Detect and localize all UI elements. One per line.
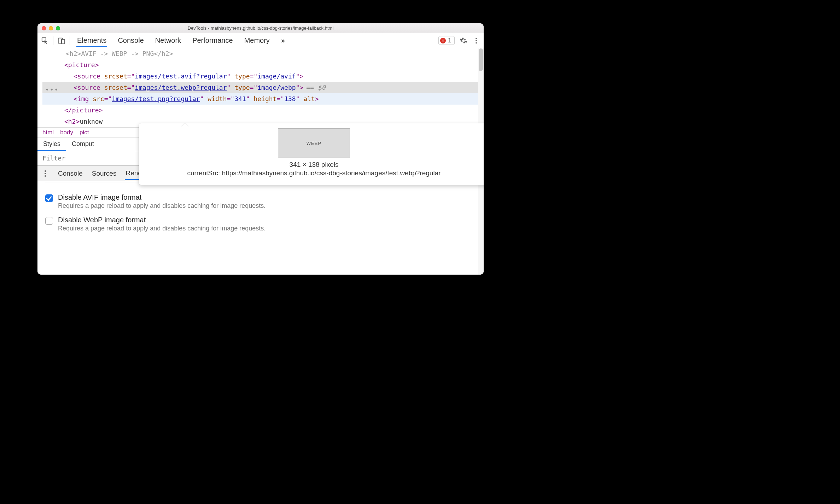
dom-img-hover[interactable]: <img src="images/test.png?regular" width… (42, 93, 484, 105)
styles-filter-input[interactable] (42, 154, 105, 162)
crumb-html[interactable]: html (42, 129, 54, 136)
minimize-window-dot[interactable] (49, 26, 53, 30)
drawer-menu-icon[interactable] (45, 173, 46, 174)
option-disable-avif[interactable]: Disable AVIF image format Requires a pag… (45, 193, 476, 210)
svg-rect-2 (62, 39, 65, 44)
tab-memory[interactable]: Memory (244, 34, 270, 47)
preview-currentsrc: currentSrc: https://mathiasbynens.github… (187, 169, 441, 177)
select-element-icon[interactable] (41, 37, 49, 45)
opt-desc: Requires a page reload to apply and disa… (58, 225, 266, 232)
svg-point-5 (476, 40, 477, 41)
kebab-menu-icon[interactable] (472, 37, 480, 45)
checkbox-webp[interactable] (45, 217, 53, 225)
tabs-overflow[interactable]: » (280, 34, 286, 47)
option-disable-webp[interactable]: Disable WebP image format Requires a pag… (45, 216, 476, 232)
subtab-styles[interactable]: Styles (37, 137, 66, 151)
crumb-body[interactable]: body (60, 129, 73, 136)
svg-point-6 (476, 42, 477, 43)
tab-network[interactable]: Network (154, 34, 182, 47)
devtools-window: DevTools - mathiasbynens.github.io/css-d… (37, 23, 484, 275)
rendering-panel: Disable AVIF image format Requires a pag… (37, 181, 484, 275)
svg-point-4 (476, 37, 477, 39)
scrollbar-thumb[interactable] (479, 48, 483, 71)
close-window-dot[interactable] (42, 26, 46, 30)
preview-dimensions: 341 × 138 pixels (290, 161, 339, 169)
dom-source-1[interactable]: <source srcset="images/test.avif?regular… (42, 71, 484, 82)
crumb-picture[interactable]: pict (80, 129, 89, 136)
checkbox-avif[interactable] (45, 194, 53, 202)
titlebar: DevTools - mathiasbynens.github.io/css-d… (37, 23, 484, 33)
opt-desc: Requires a page reload to apply and disa… (58, 202, 266, 210)
drawer-tab-sources[interactable]: Sources (91, 167, 117, 180)
image-preview-tooltip: WEBP 341 × 138 pixels currentSrc: https:… (139, 123, 484, 185)
drawer-tab-console[interactable]: Console (57, 167, 83, 180)
error-count-badge[interactable]: ✕ 1 (438, 36, 455, 45)
dom-line-cut: <h2>AVIF -> WEBP -> PNG</h2> (42, 48, 484, 59)
dom-picture-open[interactable]: <picture> (42, 59, 484, 71)
zoom-window-dot[interactable] (56, 26, 60, 30)
tab-performance[interactable]: Performance (192, 34, 234, 47)
window-controls (37, 26, 60, 30)
main-tabs: Elements Console Network Performance Mem… (76, 34, 286, 47)
window-title: DevTools - mathiasbynens.github.io/css-d… (37, 25, 484, 31)
error-count: 1 (448, 37, 451, 44)
opt-title: Disable AVIF image format (58, 193, 266, 201)
tab-console[interactable]: Console (117, 34, 144, 47)
preview-thumbnail: WEBP (278, 128, 350, 158)
subtab-computed[interactable]: Comput (66, 137, 100, 151)
opt-title: Disable WebP image format (58, 216, 266, 224)
dom-picture-close[interactable]: </picture> (42, 105, 484, 116)
main-toolbar: Elements Console Network Performance Mem… (37, 33, 484, 48)
error-icon: ✕ (440, 38, 446, 43)
tab-elements[interactable]: Elements (76, 34, 107, 47)
device-toggle-icon[interactable] (58, 37, 65, 45)
settings-icon[interactable] (460, 37, 467, 45)
dom-source-2-selected[interactable]: ••• <source srcset="images/test.webp?reg… (42, 82, 484, 93)
